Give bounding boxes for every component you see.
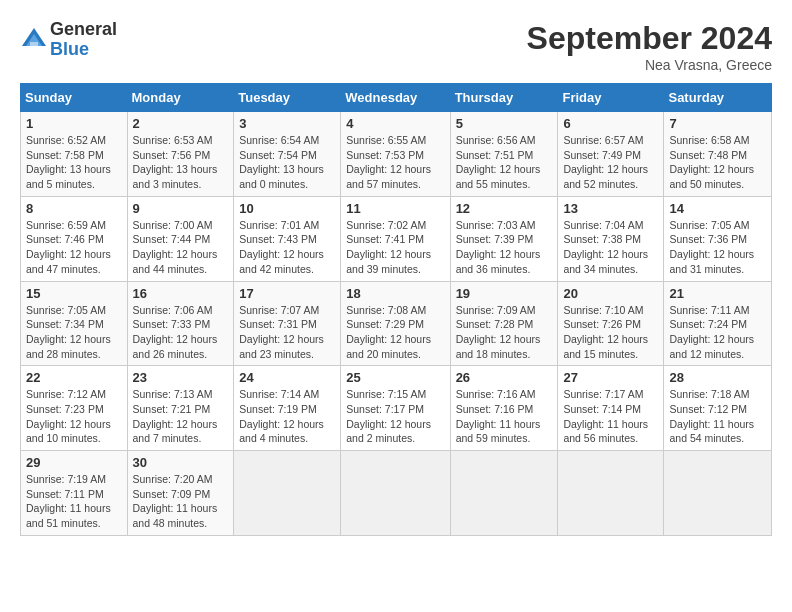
day-number: 19	[456, 286, 553, 301]
day-cell: 4Sunrise: 6:55 AMSunset: 7:53 PMDaylight…	[341, 112, 450, 197]
day-cell: 5Sunrise: 6:56 AMSunset: 7:51 PMDaylight…	[450, 112, 558, 197]
day-cell: 24Sunrise: 7:14 AMSunset: 7:19 PMDayligh…	[234, 366, 341, 451]
day-number: 3	[239, 116, 335, 131]
week-row-5: 29Sunrise: 7:19 AMSunset: 7:11 PMDayligh…	[21, 451, 772, 536]
day-cell: 15Sunrise: 7:05 AMSunset: 7:34 PMDayligh…	[21, 281, 128, 366]
page-header: General Blue September 2024 Nea Vrasna, …	[20, 20, 772, 73]
day-number: 28	[669, 370, 766, 385]
day-detail: Sunrise: 7:05 AMSunset: 7:34 PMDaylight:…	[26, 304, 111, 360]
day-cell	[341, 451, 450, 536]
day-number: 16	[133, 286, 229, 301]
location: Nea Vrasna, Greece	[527, 57, 772, 73]
day-number: 27	[563, 370, 658, 385]
day-detail: Sunrise: 6:55 AMSunset: 7:53 PMDaylight:…	[346, 134, 431, 190]
logo-icon	[20, 26, 48, 54]
day-detail: Sunrise: 7:16 AMSunset: 7:16 PMDaylight:…	[456, 388, 541, 444]
day-cell: 23Sunrise: 7:13 AMSunset: 7:21 PMDayligh…	[127, 366, 234, 451]
week-row-1: 1Sunrise: 6:52 AMSunset: 7:58 PMDaylight…	[21, 112, 772, 197]
header-thursday: Thursday	[450, 84, 558, 112]
day-number: 15	[26, 286, 122, 301]
day-cell: 11Sunrise: 7:02 AMSunset: 7:41 PMDayligh…	[341, 196, 450, 281]
day-cell: 9Sunrise: 7:00 AMSunset: 7:44 PMDaylight…	[127, 196, 234, 281]
day-cell: 28Sunrise: 7:18 AMSunset: 7:12 PMDayligh…	[664, 366, 772, 451]
title-block: September 2024 Nea Vrasna, Greece	[527, 20, 772, 73]
day-detail: Sunrise: 7:20 AMSunset: 7:09 PMDaylight:…	[133, 473, 218, 529]
week-row-2: 8Sunrise: 6:59 AMSunset: 7:46 PMDaylight…	[21, 196, 772, 281]
day-number: 5	[456, 116, 553, 131]
day-cell: 16Sunrise: 7:06 AMSunset: 7:33 PMDayligh…	[127, 281, 234, 366]
day-number: 20	[563, 286, 658, 301]
day-detail: Sunrise: 7:10 AMSunset: 7:26 PMDaylight:…	[563, 304, 648, 360]
day-cell: 13Sunrise: 7:04 AMSunset: 7:38 PMDayligh…	[558, 196, 664, 281]
logo-text: General Blue	[50, 20, 117, 60]
day-number: 13	[563, 201, 658, 216]
day-detail: Sunrise: 7:09 AMSunset: 7:28 PMDaylight:…	[456, 304, 541, 360]
day-number: 29	[26, 455, 122, 470]
day-number: 1	[26, 116, 122, 131]
day-cell: 26Sunrise: 7:16 AMSunset: 7:16 PMDayligh…	[450, 366, 558, 451]
day-cell: 27Sunrise: 7:17 AMSunset: 7:14 PMDayligh…	[558, 366, 664, 451]
day-number: 7	[669, 116, 766, 131]
day-detail: Sunrise: 7:17 AMSunset: 7:14 PMDaylight:…	[563, 388, 648, 444]
day-number: 25	[346, 370, 444, 385]
header-sunday: Sunday	[21, 84, 128, 112]
day-number: 12	[456, 201, 553, 216]
day-cell: 21Sunrise: 7:11 AMSunset: 7:24 PMDayligh…	[664, 281, 772, 366]
day-cell: 3Sunrise: 6:54 AMSunset: 7:54 PMDaylight…	[234, 112, 341, 197]
day-cell	[664, 451, 772, 536]
day-number: 9	[133, 201, 229, 216]
day-cell: 19Sunrise: 7:09 AMSunset: 7:28 PMDayligh…	[450, 281, 558, 366]
day-number: 14	[669, 201, 766, 216]
month-title: September 2024	[527, 20, 772, 57]
day-detail: Sunrise: 6:54 AMSunset: 7:54 PMDaylight:…	[239, 134, 324, 190]
day-detail: Sunrise: 7:05 AMSunset: 7:36 PMDaylight:…	[669, 219, 754, 275]
day-detail: Sunrise: 7:14 AMSunset: 7:19 PMDaylight:…	[239, 388, 324, 444]
day-number: 22	[26, 370, 122, 385]
day-cell: 8Sunrise: 6:59 AMSunset: 7:46 PMDaylight…	[21, 196, 128, 281]
header-wednesday: Wednesday	[341, 84, 450, 112]
day-detail: Sunrise: 6:59 AMSunset: 7:46 PMDaylight:…	[26, 219, 111, 275]
day-cell: 29Sunrise: 7:19 AMSunset: 7:11 PMDayligh…	[21, 451, 128, 536]
day-cell: 30Sunrise: 7:20 AMSunset: 7:09 PMDayligh…	[127, 451, 234, 536]
day-detail: Sunrise: 6:53 AMSunset: 7:56 PMDaylight:…	[133, 134, 218, 190]
day-cell: 2Sunrise: 6:53 AMSunset: 7:56 PMDaylight…	[127, 112, 234, 197]
day-cell: 25Sunrise: 7:15 AMSunset: 7:17 PMDayligh…	[341, 366, 450, 451]
day-detail: Sunrise: 7:00 AMSunset: 7:44 PMDaylight:…	[133, 219, 218, 275]
day-detail: Sunrise: 6:56 AMSunset: 7:51 PMDaylight:…	[456, 134, 541, 190]
logo-blue: Blue	[50, 40, 117, 60]
day-detail: Sunrise: 7:18 AMSunset: 7:12 PMDaylight:…	[669, 388, 754, 444]
day-number: 24	[239, 370, 335, 385]
day-detail: Sunrise: 7:04 AMSunset: 7:38 PMDaylight:…	[563, 219, 648, 275]
day-detail: Sunrise: 7:12 AMSunset: 7:23 PMDaylight:…	[26, 388, 111, 444]
day-number: 21	[669, 286, 766, 301]
day-cell: 7Sunrise: 6:58 AMSunset: 7:48 PMDaylight…	[664, 112, 772, 197]
svg-rect-2	[30, 42, 38, 46]
day-cell: 10Sunrise: 7:01 AMSunset: 7:43 PMDayligh…	[234, 196, 341, 281]
day-cell: 22Sunrise: 7:12 AMSunset: 7:23 PMDayligh…	[21, 366, 128, 451]
week-row-4: 22Sunrise: 7:12 AMSunset: 7:23 PMDayligh…	[21, 366, 772, 451]
day-cell: 1Sunrise: 6:52 AMSunset: 7:58 PMDaylight…	[21, 112, 128, 197]
day-number: 23	[133, 370, 229, 385]
day-number: 26	[456, 370, 553, 385]
day-cell: 20Sunrise: 7:10 AMSunset: 7:26 PMDayligh…	[558, 281, 664, 366]
day-detail: Sunrise: 7:01 AMSunset: 7:43 PMDaylight:…	[239, 219, 324, 275]
day-cell	[450, 451, 558, 536]
day-detail: Sunrise: 6:58 AMSunset: 7:48 PMDaylight:…	[669, 134, 754, 190]
header-row: SundayMondayTuesdayWednesdayThursdayFrid…	[21, 84, 772, 112]
day-number: 30	[133, 455, 229, 470]
day-cell	[234, 451, 341, 536]
day-number: 17	[239, 286, 335, 301]
day-detail: Sunrise: 7:06 AMSunset: 7:33 PMDaylight:…	[133, 304, 218, 360]
day-detail: Sunrise: 6:57 AMSunset: 7:49 PMDaylight:…	[563, 134, 648, 190]
week-row-3: 15Sunrise: 7:05 AMSunset: 7:34 PMDayligh…	[21, 281, 772, 366]
day-detail: Sunrise: 7:03 AMSunset: 7:39 PMDaylight:…	[456, 219, 541, 275]
calendar-table: SundayMondayTuesdayWednesdayThursdayFrid…	[20, 83, 772, 536]
day-cell: 6Sunrise: 6:57 AMSunset: 7:49 PMDaylight…	[558, 112, 664, 197]
day-number: 10	[239, 201, 335, 216]
day-detail: Sunrise: 6:52 AMSunset: 7:58 PMDaylight:…	[26, 134, 111, 190]
day-detail: Sunrise: 7:15 AMSunset: 7:17 PMDaylight:…	[346, 388, 431, 444]
day-cell: 14Sunrise: 7:05 AMSunset: 7:36 PMDayligh…	[664, 196, 772, 281]
day-detail: Sunrise: 7:11 AMSunset: 7:24 PMDaylight:…	[669, 304, 754, 360]
day-number: 2	[133, 116, 229, 131]
header-saturday: Saturday	[664, 84, 772, 112]
